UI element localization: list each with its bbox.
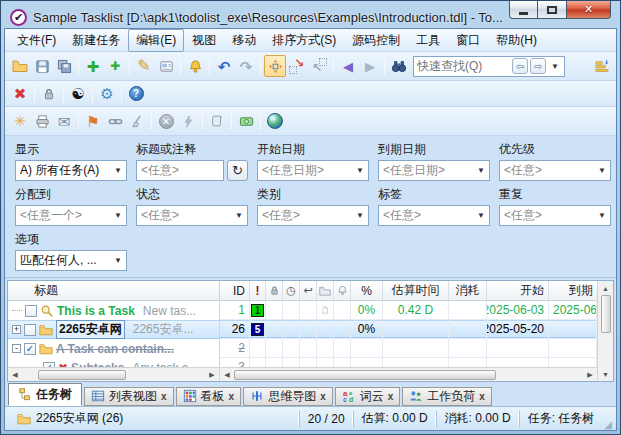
close-button[interactable]: ✕ <box>566 1 611 19</box>
cleanup-button[interactable] <box>126 110 148 132</box>
tab-close-icon[interactable]: x <box>388 391 394 402</box>
new-from-template-button[interactable]: ✳ <box>9 110 31 132</box>
title-pane-hscrollbar[interactable]: ◀ ▶ <box>8 367 219 381</box>
filter-title-input[interactable]: <任意> <box>136 160 224 181</box>
scrollbar-thumb[interactable] <box>601 295 611 333</box>
tab-close-icon[interactable]: x <box>161 391 167 402</box>
scrollbar-thumb[interactable] <box>38 370 126 380</box>
menu-item-source-control[interactable]: 源码控制 <box>344 29 408 52</box>
task-row[interactable]: + 2265安卓网 2265安卓... <box>8 320 219 339</box>
menu-item-move[interactable]: 移动 <box>224 29 264 52</box>
task-attributes-button[interactable] <box>155 55 177 77</box>
save-button[interactable] <box>31 55 53 77</box>
tab-close-icon[interactable]: x <box>229 391 235 402</box>
toggle-style-button[interactable]: ☯ <box>67 83 89 105</box>
task-row-values[interactable]: 3 <box>220 358 597 367</box>
previous-task-button[interactable]: ◀ <box>337 55 359 77</box>
log-button[interactable] <box>206 110 228 132</box>
link-button[interactable] <box>104 110 126 132</box>
task-checkbox[interactable] <box>25 305 37 317</box>
column-header-due[interactable]: 到期 <box>549 281 597 300</box>
menu-item-file[interactable]: 文件(F) <box>9 29 64 52</box>
find-tasks-button[interactable] <box>388 55 410 77</box>
redo-button[interactable]: ↷ <box>235 55 257 77</box>
tab-close-icon[interactable]: x <box>320 391 326 402</box>
vertical-scrollbar[interactable]: ▲ ▼ <box>597 281 613 381</box>
menu-item-edit[interactable]: 编辑(E) <box>128 29 184 52</box>
filter-recurrence-select[interactable]: <任意>▼ <box>499 205 611 226</box>
filter-show-select[interactable]: A) 所有任务(A)▼ <box>15 160 127 181</box>
menu-item-window[interactable]: 窗口 <box>448 29 488 52</box>
scroll-up-icon[interactable]: ▲ <box>599 281 613 295</box>
undo-button[interactable]: ↶ <box>213 55 235 77</box>
maximize-button[interactable] <box>538 1 566 19</box>
save-all-button[interactable] <box>53 55 75 77</box>
column-header-recurrence[interactable]: ↩ <box>300 281 317 300</box>
find-previous-button[interactable]: ⇦ <box>512 58 528 74</box>
maximize-tasklist-button[interactable]: ↘ <box>286 55 308 77</box>
cancel-button[interactable]: ✕ <box>155 110 177 132</box>
task-checkbox[interactable] <box>24 324 36 336</box>
task-row-values[interactable]: 26 5 0% 2025-05-20 <box>220 320 597 339</box>
filter-due-date-select[interactable]: <任意日期>▼ <box>378 160 490 181</box>
maximize-comments-button[interactable] <box>264 55 286 77</box>
column-header-estimate[interactable]: 估算时间 <box>383 281 449 300</box>
print-button[interactable] <box>31 110 53 132</box>
time-cost-button[interactable] <box>235 110 257 132</box>
filter-allocated-to-select[interactable]: <任意一个>▼ <box>15 205 127 226</box>
scroll-down-icon[interactable]: ▼ <box>599 367 613 381</box>
restore-layout-button[interactable]: ↖ <box>308 55 330 77</box>
find-next-button[interactable]: ⇨ <box>530 58 546 74</box>
column-header-priority[interactable]: ! <box>250 281 266 300</box>
column-header-reminder[interactable] <box>334 281 351 300</box>
quick-find-input[interactable] <box>417 59 510 73</box>
task-checkbox-checked[interactable]: ✓ <box>24 343 36 355</box>
resize-grip[interactable]: ◢ <box>604 419 612 430</box>
column-header-lock[interactable] <box>266 281 283 300</box>
tab-workload[interactable]: 工作负荷 x <box>402 387 492 406</box>
scrollbar-thumb[interactable] <box>234 370 496 380</box>
menu-item-new-task[interactable]: 新建任务 <box>64 29 128 52</box>
column-header-file-link[interactable] <box>317 281 334 300</box>
lock-button[interactable] <box>38 83 60 105</box>
task-row[interactable]: This is a Task New tas... <box>8 301 219 320</box>
tab-list-view[interactable]: 列表视图 x <box>84 387 174 406</box>
reminder-button[interactable] <box>184 55 206 77</box>
tab-kanban[interactable]: 看板 x <box>176 387 242 406</box>
next-task-button[interactable]: ▶ <box>359 55 381 77</box>
filter-tags-select[interactable]: <任意>▼ <box>378 205 490 226</box>
scroll-right-icon[interactable]: ▶ <box>205 368 219 382</box>
scroll-right-icon[interactable]: ▶ <box>583 368 597 382</box>
email-button[interactable]: ✉ <box>53 110 75 132</box>
column-header-time[interactable]: ◷ <box>283 281 300 300</box>
filter-options-select[interactable]: 匹配任何人, ...▼ <box>15 250 127 271</box>
delete-task-button[interactable]: ✖ <box>9 83 31 105</box>
column-header-title[interactable]: 标题 <box>8 281 219 300</box>
quick-find-dropdown[interactable]: ▼ <box>551 62 559 71</box>
menu-item-sort[interactable]: 排序方式(S) <box>264 29 344 52</box>
expand-toggle[interactable]: + <box>12 325 21 334</box>
menu-item-view[interactable]: 视图 <box>184 29 224 52</box>
help-button[interactable]: ? <box>125 83 147 105</box>
column-header-spent[interactable]: 消耗 <box>449 281 487 300</box>
filter-category-select[interactable]: <任意>▼ <box>257 205 369 226</box>
new-subtask-button[interactable]: ✚ <box>104 55 126 77</box>
column-header-id[interactable]: ID <box>220 281 250 300</box>
task-row-values[interactable]: 2 <box>220 339 597 358</box>
filter-status-select[interactable]: <任意>▼ <box>136 205 248 226</box>
activity-button[interactable] <box>177 110 199 132</box>
flag-button[interactable]: ⚑ <box>82 110 104 132</box>
weblink-button[interactable] <box>264 110 286 132</box>
menu-item-help[interactable]: 帮助(H) <box>488 29 545 52</box>
task-row[interactable]: ✓ ✖ Subtasks Any task c... <box>8 358 219 367</box>
menu-item-tools[interactable]: 工具 <box>408 29 448 52</box>
tab-task-tree[interactable]: 任务树 <box>8 383 82 406</box>
edit-task-button[interactable]: ✎ <box>133 55 155 77</box>
scroll-left-icon[interactable]: ◀ <box>8 368 22 382</box>
task-row-values[interactable]: 1 1 0% 0.42 D 2025-06-03 2025-06-03 <box>220 301 597 320</box>
new-task-button[interactable]: ✚ <box>82 55 104 77</box>
scroll-left-icon[interactable]: ◀ <box>220 368 234 382</box>
preferences-button[interactable]: ⚙ <box>96 83 118 105</box>
filter-title-refresh-button[interactable]: ↻ <box>227 160 248 181</box>
column-header-start[interactable]: 开始 <box>487 281 549 300</box>
